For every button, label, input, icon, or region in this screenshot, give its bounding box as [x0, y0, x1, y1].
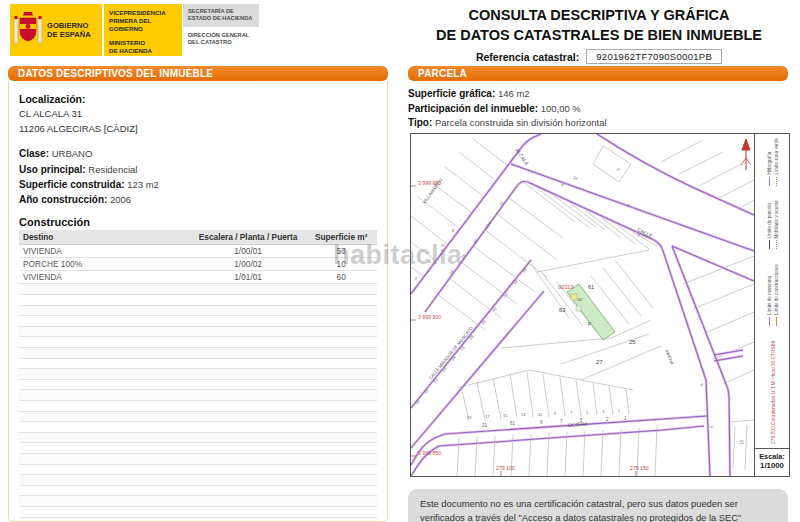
government-header: GOBIERNO DE ESPAÑA VICEPRESIDENCIA PRIME…: [10, 4, 182, 56]
subject-parcel-highlight: [567, 284, 615, 340]
table-empty-row: [19, 305, 377, 316]
table-empty-row: [19, 337, 377, 348]
inmueble-fields: Clase: URBANO Uso principal: Residencial…: [19, 146, 377, 207]
field-ano: Año construcción: 2006: [19, 192, 377, 207]
table-empty-row: [19, 432, 377, 443]
field-participacion: Participación del inmueble: 100,00 %: [408, 102, 788, 117]
legend-group-parcela: Límite de parcela Mobiliario y aceras: [767, 200, 781, 249]
table-empty-row: [19, 358, 377, 369]
parcela-info: Superficie gráfica: 146 m2 Participación…: [408, 87, 788, 131]
ref-catastral-value: 9201962TF7090S0001PB: [586, 49, 722, 64]
map-label: 3 999 900: [418, 314, 441, 320]
inmueble-panel: Localización: CL ALCALA 31 11206 ALGECIR…: [8, 81, 388, 522]
map-label: 2: [606, 417, 609, 422]
footer-disclaimer: Este documento no es una certificación c…: [408, 489, 788, 522]
map-label: P: [588, 322, 591, 327]
field-uso: Uso principal: Residencial: [19, 162, 377, 177]
map-label: 9: [554, 411, 557, 416]
map-label: 25: [629, 339, 636, 345]
gobierno-logo-box: GOBIERNO DE ESPAÑA: [10, 4, 102, 56]
zona-verde-line-icon: [776, 177, 777, 186]
map-label: 19: [467, 415, 472, 420]
field-tipo: Tipo: Parcela construida sin división ho…: [408, 116, 788, 131]
title-line-1: CONSULTA DESCRIPTIVA Y GRÁFICA: [410, 6, 788, 26]
table-empty-row: [19, 517, 377, 522]
table-empty-row: [19, 390, 377, 401]
table-empty-row: [19, 411, 377, 422]
gobierno-name: GOBIERNO DE ESPAÑA: [47, 21, 91, 39]
table-empty-row: [19, 443, 377, 454]
map-label: 17: [485, 414, 490, 419]
map-scale: Escala: 1/1000: [754, 448, 789, 476]
table-empty-row: [19, 485, 377, 496]
section-bar-inmueble: DATOS DESCRIPTIVOS DEL INMUEBLE: [8, 66, 388, 81]
map-label: 11: [538, 412, 543, 417]
secretaria-label: SECRETARÍA DE ESTADO DE HACIENDA: [183, 4, 259, 27]
table-empty-row: [19, 284, 377, 295]
manzana-line-icon: [769, 317, 770, 326]
title-line-2: DE DATOS CATASTRALES DE BIEN INMUEBLE: [410, 26, 788, 46]
map-label: 7: [570, 410, 573, 415]
field-superficie-grafica: Superficie gráfica: 146 m2: [408, 87, 788, 102]
spain-coat-of-arms-icon: [13, 7, 43, 53]
map-label: 6: [617, 167, 622, 173]
field-clase: Clase: URBANO: [19, 146, 377, 161]
map-label: 4: [428, 259, 431, 264]
map-label: 9: [540, 420, 543, 425]
map-label: 3 999 950: [418, 180, 441, 186]
map-label: 8: [699, 383, 705, 387]
utm-coordinates-note: 279 200 Coordenadas U.T.M. Huso 30 ETRS8…: [771, 341, 776, 444]
parcel-outbuilding: [571, 294, 577, 300]
map-label: 63: [559, 307, 566, 313]
legend-group-manzana: Límite de manzana Límite de construccion…: [767, 264, 781, 326]
map-label: 2: [415, 276, 418, 281]
map-label: 9: [709, 425, 715, 429]
table-row: PORCHE 100% 1/00/02 10: [19, 258, 377, 271]
map-label: 279 150: [630, 465, 649, 471]
map-label: 6: [561, 182, 566, 188]
map-label: 27: [596, 359, 603, 365]
legend-group-hidrografia: Hidrografía Límite zona verde: [767, 138, 781, 186]
table-empty-row: [19, 475, 377, 486]
ministry-box: VICEPRESIDENCIA PRIMERA DEL GOBIERNO MIN…: [104, 4, 182, 56]
sub-department-labels: SECRETARÍA DE ESTADO DE HACIENDA DIRECCI…: [183, 4, 259, 47]
map-drawing-area: ALCALÁVILLAMARTÍNCALLECALLE MIRADOR DE M…: [411, 134, 754, 476]
direccion-catastro-label: DIRECCIÓN GENERAL DEL CATASTRO: [183, 27, 259, 47]
escala-value: 1/1000: [755, 461, 789, 470]
map-label: 21: [482, 423, 488, 428]
table-empty-row: [19, 496, 377, 507]
col-escalera: Escalera / Planta / Puerta: [191, 230, 306, 245]
map-label: 12: [573, 174, 580, 181]
map-label: CALLE MIRADOR DE MONCAYO: [428, 325, 474, 380]
document-title: CONSULTA DESCRIPTIVA Y GRÁFICA DE DATOS …: [410, 6, 788, 64]
map-label: 7: [560, 419, 563, 424]
table-header-row: Destino Escalera / Planta / Puerta Super…: [19, 230, 377, 245]
table-empty-row: [19, 400, 377, 411]
map-label: 92019: [558, 284, 574, 290]
localizacion-label: Localización:: [19, 93, 377, 105]
table-empty-row: [19, 295, 377, 306]
map-label: 62: [578, 297, 583, 302]
map-label: 3 999 850: [418, 450, 441, 456]
hidrografia-line-icon: [769, 177, 770, 186]
map-label: 1: [618, 408, 621, 413]
map-label: 61: [510, 421, 516, 426]
section-bar-parcela: PARCELA: [408, 66, 788, 81]
escala-label: Escala:: [755, 452, 789, 461]
map-label: 16: [460, 252, 467, 259]
map-label: 8: [452, 228, 455, 233]
table-empty-row: [19, 506, 377, 517]
table-row: VIVIENDA 1/01/01 60: [19, 271, 377, 284]
col-destino: Destino: [19, 230, 191, 245]
map-legend-strip: 279 200 Coordenadas U.T.M. Huso 30 ETRS8…: [754, 134, 789, 476]
table-empty-row: [19, 316, 377, 327]
map-label: 3: [602, 409, 605, 414]
ref-catastral-label: Referencia catastral:: [476, 51, 579, 63]
table-empty-row: [19, 326, 377, 337]
construction-table: Destino Escalera / Planta / Puerta Super…: [19, 230, 377, 522]
table-empty-row: [19, 379, 377, 390]
address-line-2: 11206 ALGECIRAS [CÁDIZ]: [19, 122, 377, 137]
north-arrow-icon: [741, 139, 751, 170]
map-label: JIMENA: [664, 349, 675, 366]
address-line-1: CL ALCALA 31: [19, 107, 377, 122]
